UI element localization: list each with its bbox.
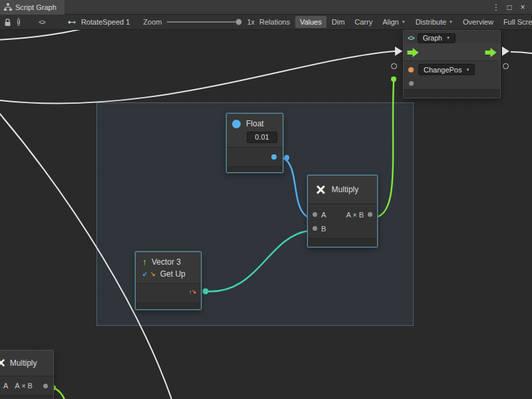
multiply-node[interactable]: × Multiply A A × B B	[307, 175, 378, 247]
fullscreen-button[interactable]: Full Screen	[499, 16, 532, 28]
vector-header: ↑ Vector 3 ↙ ↘ Get Up	[136, 252, 201, 283]
partial-multiply-node[interactable]: × Multiply A A × B	[0, 350, 54, 399]
values-button[interactable]: Values	[295, 16, 327, 28]
graph-canvas[interactable]: <> Graph ▼ ChangePos ▼	[0, 30, 532, 399]
node-title: Multiply	[332, 185, 359, 194]
multiply-icon: ×	[0, 356, 5, 370]
input-port-row	[404, 78, 500, 89]
target-port-dot[interactable]	[408, 67, 414, 72]
input-a-port[interactable]	[313, 212, 317, 217]
chevron-down-icon: ▼	[446, 36, 450, 40]
wire-white-to-event-node[interactable]	[0, 51, 395, 103]
zoom-value: 1x	[247, 18, 255, 26]
code-icon[interactable]: <>	[39, 19, 45, 26]
overview-button[interactable]: Overview	[458, 16, 498, 28]
wire-white-top-corner[interactable]	[0, 30, 101, 40]
multiply-header: × Multiply	[0, 350, 53, 376]
graph-asset-icon	[68, 19, 78, 26]
code-icon: <>	[408, 35, 414, 42]
flow-out-arrow-icon[interactable]	[485, 48, 497, 57]
node-footer	[227, 166, 283, 172]
zoom-label: Zoom	[143, 18, 162, 26]
close-icon[interactable]: ×	[517, 3, 528, 12]
multiply-ports: A A × B B	[308, 204, 377, 238]
port-row-a: A A × B	[308, 207, 377, 221]
node-title: Multiply	[10, 358, 37, 368]
port-circle-right[interactable]	[503, 63, 509, 69]
value-port-dot[interactable]	[409, 81, 414, 86]
vector-up-icon: ↑	[142, 257, 147, 267]
port-a-label: A	[321, 211, 326, 219]
node-footer	[0, 395, 53, 399]
breadcrumb-label: RotateSpeed 1	[81, 18, 130, 26]
target-row: ChangePos ▼	[404, 61, 500, 78]
info-icon[interactable]: i	[17, 18, 20, 26]
float-output-port[interactable]	[271, 154, 277, 160]
output-port[interactable]	[43, 384, 48, 388]
multiply-icon: ×	[316, 182, 326, 198]
port-a-label: A	[3, 382, 8, 390]
port-b-label: B	[321, 225, 326, 233]
output-port[interactable]	[368, 212, 372, 217]
node-title: Float	[246, 119, 264, 128]
float-header: Float 0.01	[227, 114, 283, 147]
wire-endpoint-green[interactable]	[391, 76, 396, 82]
flow-in-arrow-icon[interactable]	[407, 48, 419, 57]
float-body	[227, 148, 283, 166]
flow-arrow-white-out[interactable]	[502, 47, 509, 56]
tab-script-graph[interactable]: Script Graph	[0, 0, 65, 15]
port-row: A A × B	[0, 376, 53, 395]
port-row-b: B	[308, 221, 377, 235]
relations-button[interactable]: Relations	[255, 16, 295, 28]
breadcrumb[interactable]: RotateSpeed 1	[68, 18, 130, 26]
vector-axis-icon: ↙	[142, 271, 148, 278]
window-controls: ⋮ □ ×	[491, 3, 532, 12]
maximize-icon[interactable]: □	[504, 3, 515, 12]
lock-icon[interactable]	[4, 18, 11, 27]
multiply-header: × Multiply	[308, 176, 377, 203]
node-footer	[136, 303, 201, 309]
zoom-slider-handle[interactable]	[235, 19, 242, 25]
zoom-group: Zoom 1x	[143, 17, 255, 27]
menu-icon[interactable]: ⋮	[491, 3, 501, 12]
node-title: Vector 3	[152, 257, 181, 267]
float-value-field[interactable]: 0.01	[247, 132, 277, 143]
input-b-port[interactable]	[313, 226, 317, 231]
chevron-down-icon: ▼	[449, 20, 453, 24]
script-graph-icon	[4, 3, 12, 11]
vector3-getup-node[interactable]: ↑ Vector 3 ↙ ↘ Get Up ↑↘	[135, 251, 201, 310]
toolbar-buttons: Relations Values Dim Carry Align ▼ Distr…	[255, 16, 532, 28]
node-subtitle: Get Up	[160, 269, 186, 279]
zoom-slider-track[interactable]	[167, 21, 241, 23]
dim-button[interactable]: Dim	[327, 16, 350, 28]
zoom-slider[interactable]	[167, 17, 241, 27]
flow-ports-row	[404, 43, 500, 61]
vector-axis-icon: ↘	[150, 271, 155, 278]
vector-output-port[interactable]: ↑↘	[189, 289, 196, 295]
graph-dropdown[interactable]: Graph ▼	[418, 33, 456, 43]
changepos-dropdown[interactable]: ChangePos ▼	[418, 64, 475, 75]
graph-selector-row: <> Graph ▼	[404, 31, 500, 43]
float-type-icon	[232, 120, 241, 128]
graph-toolbar: i <> RotateSpeed 1 Zoom 1x Relations Val…	[0, 15, 532, 30]
chevron-down-icon: ▼	[466, 68, 470, 72]
wire-white-out-right[interactable]	[511, 52, 532, 55]
carry-button[interactable]: Carry	[350, 16, 377, 28]
align-dropdown[interactable]: Align ▼	[378, 16, 410, 28]
node-footer	[308, 238, 377, 247]
tab-label: Script Graph	[15, 3, 57, 11]
node-footer	[404, 89, 500, 98]
port-out-label: A × B	[346, 211, 364, 219]
port-circle-left[interactable]	[391, 63, 397, 69]
chevron-down-icon: ▼	[402, 20, 406, 24]
event-node[interactable]: <> Graph ▼ ChangePos ▼	[403, 30, 501, 98]
distribute-dropdown[interactable]: Distribute ▼	[411, 16, 458, 28]
flow-arrow-white-in[interactable]	[395, 47, 402, 56]
float-node[interactable]: Float 0.01	[226, 113, 283, 173]
titlebar: Script Graph ⋮ □ ×	[0, 0, 532, 15]
vector-body: ↑↘	[136, 284, 201, 303]
port-out-label: A × B	[15, 382, 33, 390]
